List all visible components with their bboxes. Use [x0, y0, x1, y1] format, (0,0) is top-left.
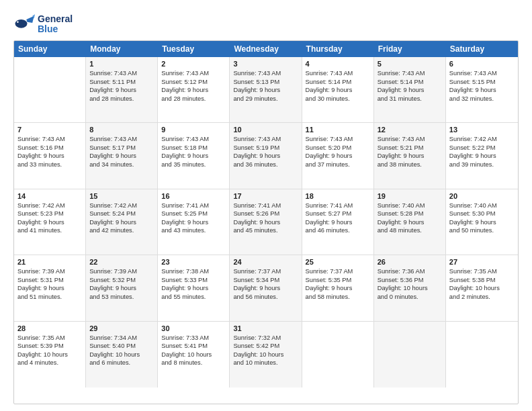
daylight-text-cont: and 4 minutes. [17, 359, 82, 367]
daylight-text: Daylight: 9 hours [306, 284, 370, 293]
sunrise-text: Sunrise: 7:43 AM [378, 69, 442, 78]
daylight-text-cont: and 36 minutes. [233, 161, 298, 169]
weekday-header-saturday: Saturday [446, 41, 518, 57]
sunset-text: Sunset: 5:14 PM [306, 78, 370, 87]
calendar-body: 1Sunrise: 7:43 AMSunset: 5:11 PMDaylight… [14, 57, 518, 387]
svg-point-3 [17, 21, 19, 23]
daylight-text: Daylight: 9 hours [17, 152, 82, 161]
daylight-text-cont: and 0 minutes. [378, 293, 442, 302]
day-number: 26 [378, 258, 442, 266]
sunrise-text: Sunrise: 7:40 AM [378, 201, 442, 210]
sunrise-text: Sunrise: 7:41 AM [161, 201, 226, 210]
sunset-text: Sunset: 5:18 PM [161, 144, 226, 152]
calendar-cell: 23Sunrise: 7:38 AMSunset: 5:33 PMDayligh… [158, 255, 230, 320]
day-number: 31 [233, 324, 298, 332]
calendar-cell: 11Sunrise: 7:43 AMSunset: 5:20 PMDayligh… [302, 123, 374, 188]
sunset-text: Sunset: 5:32 PM [89, 276, 154, 285]
calendar-cell: 22Sunrise: 7:39 AMSunset: 5:32 PMDayligh… [86, 255, 158, 320]
header: General Blue [13, 12, 519, 36]
sunset-text: Sunset: 5:38 PM [449, 276, 515, 285]
calendar-week-5: 28Sunrise: 7:35 AMSunset: 5:39 PMDayligh… [14, 322, 518, 387]
calendar-cell: 31Sunrise: 7:32 AMSunset: 5:42 PMDayligh… [230, 322, 302, 387]
calendar-cell: 17Sunrise: 7:41 AMSunset: 5:26 PMDayligh… [230, 189, 302, 255]
page: General Blue SundayMondayTuesdayWednesda… [0, 0, 532, 411]
day-number: 4 [306, 60, 370, 68]
sunset-text: Sunset: 5:30 PM [449, 210, 515, 218]
daylight-text: Daylight: 9 hours [378, 218, 442, 227]
sunset-text: Sunset: 5:21 PM [378, 144, 442, 152]
daylight-text: Daylight: 9 hours [161, 86, 226, 95]
daylight-text: Daylight: 9 hours [161, 218, 226, 227]
calendar-cell: 25Sunrise: 7:37 AMSunset: 5:35 PMDayligh… [302, 255, 374, 320]
daylight-text-cont: and 55 minutes. [161, 293, 226, 302]
sunset-text: Sunset: 5:28 PM [378, 210, 442, 218]
daylight-text: Daylight: 9 hours [17, 218, 82, 227]
sunrise-text: Sunrise: 7:43 AM [378, 135, 442, 144]
sunrise-text: Sunrise: 7:35 AM [449, 267, 515, 276]
day-number: 25 [306, 258, 370, 266]
daylight-text: Daylight: 9 hours [89, 284, 154, 293]
sunset-text: Sunset: 5:19 PM [233, 144, 298, 152]
day-number: 19 [378, 192, 442, 200]
day-number: 27 [449, 258, 515, 266]
daylight-text-cont: and 41 minutes. [17, 226, 82, 235]
calendar-cell: 16Sunrise: 7:41 AMSunset: 5:25 PMDayligh… [158, 189, 230, 255]
daylight-text: Daylight: 9 hours [89, 86, 154, 95]
daylight-text-cont: and 50 minutes. [449, 226, 515, 235]
daylight-text-cont: and 43 minutes. [161, 226, 226, 235]
sunset-text: Sunset: 5:11 PM [89, 78, 154, 87]
sunset-text: Sunset: 5:24 PM [89, 210, 154, 218]
day-number: 10 [233, 126, 298, 134]
day-number: 21 [17, 258, 82, 266]
day-number: 30 [161, 324, 226, 332]
day-number: 12 [378, 126, 442, 134]
sunset-text: Sunset: 5:16 PM [17, 144, 82, 152]
logo-blue: Blue [38, 24, 73, 34]
daylight-text: Daylight: 10 hours [378, 284, 442, 293]
day-number: 24 [233, 258, 298, 266]
calendar-cell: 18Sunrise: 7:41 AMSunset: 5:27 PMDayligh… [302, 189, 374, 255]
sunrise-text: Sunrise: 7:41 AM [306, 201, 370, 210]
sunrise-text: Sunrise: 7:40 AM [449, 201, 515, 210]
sunset-text: Sunset: 5:23 PM [17, 210, 82, 218]
weekday-header-tuesday: Tuesday [158, 41, 230, 57]
daylight-text-cont: and 39 minutes. [449, 161, 515, 169]
daylight-text-cont: and 34 minutes. [89, 161, 154, 169]
daylight-text-cont: and 58 minutes. [306, 293, 370, 302]
sunrise-text: Sunrise: 7:43 AM [89, 69, 154, 78]
sunrise-text: Sunrise: 7:43 AM [449, 69, 515, 78]
daylight-text-cont: and 51 minutes. [17, 293, 82, 302]
calendar-cell: 7Sunrise: 7:43 AMSunset: 5:16 PMDaylight… [14, 123, 86, 188]
daylight-text-cont: and 28 minutes. [89, 95, 154, 103]
daylight-text: Daylight: 9 hours [17, 284, 82, 293]
day-number: 23 [161, 258, 226, 266]
daylight-text: Daylight: 10 hours [161, 351, 226, 359]
sunrise-text: Sunrise: 7:43 AM [161, 135, 226, 144]
daylight-text: Daylight: 9 hours [449, 86, 515, 95]
calendar-cell: 12Sunrise: 7:43 AMSunset: 5:21 PMDayligh… [374, 123, 446, 188]
sunrise-text: Sunrise: 7:43 AM [17, 135, 82, 144]
sunrise-text: Sunrise: 7:43 AM [161, 69, 226, 78]
daylight-text: Daylight: 10 hours [449, 284, 515, 293]
calendar-week-4: 21Sunrise: 7:39 AMSunset: 5:31 PMDayligh… [14, 255, 518, 321]
day-number: 3 [233, 60, 298, 68]
sunrise-text: Sunrise: 7:32 AM [233, 334, 298, 342]
daylight-text-cont: and 10 minutes. [233, 359, 298, 367]
sunrise-text: Sunrise: 7:42 AM [449, 135, 515, 144]
sunrise-text: Sunrise: 7:43 AM [89, 135, 154, 144]
calendar-cell: 28Sunrise: 7:35 AMSunset: 5:39 PMDayligh… [14, 322, 86, 387]
sunset-text: Sunset: 5:34 PM [233, 276, 298, 285]
daylight-text: Daylight: 9 hours [449, 152, 515, 161]
calendar-cell: 24Sunrise: 7:37 AMSunset: 5:34 PMDayligh… [230, 255, 302, 320]
daylight-text: Daylight: 9 hours [306, 152, 370, 161]
calendar-cell: 27Sunrise: 7:35 AMSunset: 5:38 PMDayligh… [446, 255, 518, 320]
daylight-text-cont: and 8 minutes. [161, 359, 226, 367]
daylight-text: Daylight: 9 hours [306, 218, 370, 227]
daylight-text: Daylight: 9 hours [89, 218, 154, 227]
day-number: 6 [449, 60, 515, 68]
day-number: 22 [89, 258, 154, 266]
sunset-text: Sunset: 5:36 PM [378, 276, 442, 285]
sunrise-text: Sunrise: 7:39 AM [89, 267, 154, 276]
sunrise-text: Sunrise: 7:43 AM [233, 135, 298, 144]
sunset-text: Sunset: 5:20 PM [306, 144, 370, 152]
